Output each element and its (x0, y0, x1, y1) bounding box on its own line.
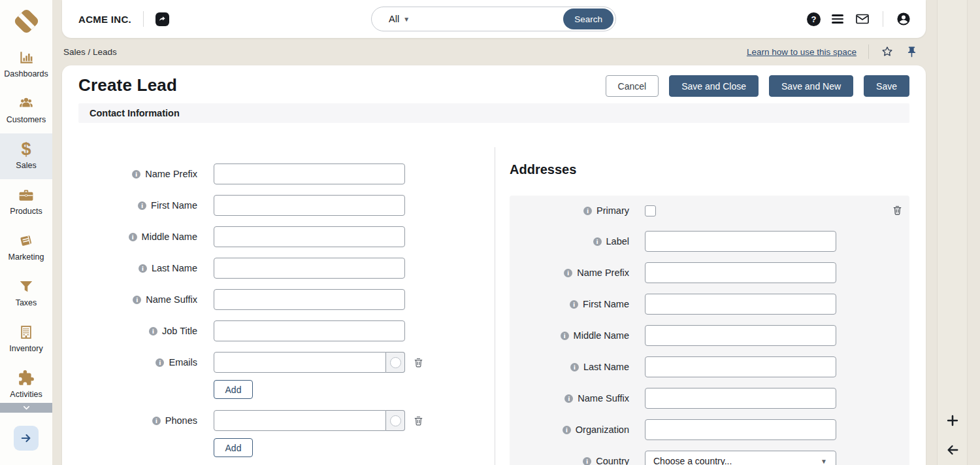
addresses-title: Addresses (510, 162, 926, 177)
phone-delete-icon[interactable] (413, 415, 424, 426)
share-icon[interactable] (155, 12, 169, 26)
field-label: Emails (169, 357, 197, 368)
job-title-input[interactable] (214, 320, 405, 341)
country-select-value: Choose a country... (653, 456, 732, 465)
info-icon[interactable]: i (155, 358, 164, 367)
name-prefix-input[interactable] (214, 164, 405, 184)
info-icon[interactable]: i (593, 237, 602, 246)
first-name-input[interactable] (214, 195, 405, 216)
phone-input[interactable] (214, 410, 386, 431)
form-row: iName Prefix (510, 262, 909, 283)
sidebar-item-dashboards[interactable]: Dashboards (0, 42, 52, 88)
menu-icon[interactable] (832, 14, 843, 24)
address-middle-name-input[interactable] (645, 325, 836, 346)
address-first-name-input[interactable] (645, 294, 836, 315)
address-label-input[interactable] (645, 231, 836, 252)
app-logo[interactable] (0, 0, 52, 42)
primary-checkbox[interactable] (645, 205, 656, 216)
form-row: iName Suffix (510, 388, 909, 409)
email-primary-radio[interactable] (386, 352, 405, 373)
learn-space-link[interactable]: Learn how to use this space (747, 47, 857, 57)
sidebar-item-sales[interactable]: $ Sales (0, 133, 52, 179)
header-divider (143, 11, 144, 27)
search-filter-dropdown[interactable]: All ▼ (372, 14, 410, 24)
sidebar-item-activities[interactable]: Activities (0, 362, 52, 408)
address-delete-icon[interactable] (892, 205, 903, 216)
address-organization-input[interactable] (645, 419, 836, 440)
field-label: First Name (583, 299, 629, 309)
section-title: Contact Information (90, 108, 180, 118)
info-icon[interactable]: i (149, 327, 157, 336)
save-and-new-button[interactable]: Save and New (769, 75, 853, 97)
info-icon[interactable]: i (132, 170, 140, 179)
field-label: Primary (596, 205, 629, 216)
country-select[interactable]: Choose a country... ▼ (645, 451, 836, 465)
info-icon[interactable]: i (583, 457, 591, 465)
sidebar-item-inventory[interactable]: Inventory (0, 317, 52, 362)
info-icon[interactable]: i (561, 332, 569, 340)
contact-form: iName Prefix iFirst Name iMiddle Name iL… (62, 123, 495, 465)
arrow-right-icon (20, 432, 33, 445)
info-icon[interactable]: i (583, 207, 592, 215)
sidebar: Dashboards Customers $ Sales Products (0, 0, 52, 465)
star-icon[interactable] (881, 45, 894, 58)
info-icon[interactable]: i (564, 394, 573, 403)
form-row: iMiddle Name (510, 325, 909, 346)
sidebar-collapse-bar[interactable] (0, 403, 52, 413)
sidebar-expand-button[interactable] (14, 426, 39, 451)
sidebar-item-label: Customers (7, 115, 46, 124)
last-name-input[interactable] (214, 258, 405, 279)
address-name-prefix-input[interactable] (645, 262, 836, 283)
mail-icon[interactable] (855, 11, 870, 27)
sidebar-item-products[interactable]: Products (0, 179, 52, 225)
field-label: Job Title (162, 326, 197, 336)
form-row: iLast Name (62, 258, 495, 279)
info-icon[interactable]: i (139, 264, 147, 273)
logo-icon (12, 7, 39, 34)
puzzle-icon (18, 370, 35, 387)
back-arrow-icon[interactable] (945, 443, 960, 457)
form-row: iName Suffix (62, 289, 495, 310)
add-new-icon[interactable] (945, 413, 960, 428)
email-delete-icon[interactable] (413, 357, 424, 368)
field-label: Name Prefix (145, 169, 197, 179)
name-suffix-input[interactable] (214, 289, 405, 310)
pin-icon[interactable] (906, 46, 918, 58)
info-icon[interactable]: i (563, 426, 571, 434)
address-name-suffix-input[interactable] (645, 388, 836, 409)
info-icon[interactable]: i (138, 201, 146, 210)
info-icon[interactable]: i (564, 269, 572, 277)
sidebar-item-customers[interactable]: Customers (0, 88, 52, 133)
top-header: ACME INC. All ▼ Search ? (62, 0, 926, 38)
save-and-close-button[interactable]: Save and Close (669, 75, 759, 97)
sidebar-item-label: Activities (10, 390, 42, 399)
radio-icon (390, 357, 401, 368)
phone-primary-radio[interactable] (386, 410, 405, 431)
email-input[interactable] (214, 352, 386, 373)
middle-name-input[interactable] (214, 226, 405, 247)
address-last-name-input[interactable] (645, 356, 836, 377)
form-row: iPrimary (510, 201, 909, 220)
search-filter-label: All (389, 14, 399, 24)
account-icon[interactable] (896, 11, 911, 27)
cancel-button[interactable]: Cancel (606, 75, 659, 97)
field-label: Middle Name (142, 232, 197, 242)
info-icon[interactable]: i (570, 300, 578, 309)
info-icon[interactable]: i (129, 233, 137, 241)
save-button[interactable]: Save (864, 75, 909, 97)
book-icon (18, 232, 35, 249)
info-icon[interactable]: i (133, 296, 141, 304)
contact-information-header[interactable]: Contact Information (78, 103, 909, 123)
field-label: Country (596, 456, 629, 465)
field-label: First Name (151, 200, 197, 211)
sidebar-item-taxes[interactable]: Taxes (0, 271, 52, 317)
search-button[interactable]: Search (563, 9, 613, 29)
add-email-button[interactable]: Add (214, 380, 253, 399)
sidebar-item-marketing[interactable]: Marketing (0, 225, 52, 271)
field-label: Last Name (583, 362, 629, 372)
help-icon[interactable]: ? (807, 12, 821, 26)
info-icon[interactable]: i (570, 363, 579, 371)
info-icon[interactable]: i (152, 417, 161, 425)
breadcrumb[interactable]: Sales / Leads (62, 47, 117, 57)
add-phone-button[interactable]: Add (214, 438, 253, 457)
